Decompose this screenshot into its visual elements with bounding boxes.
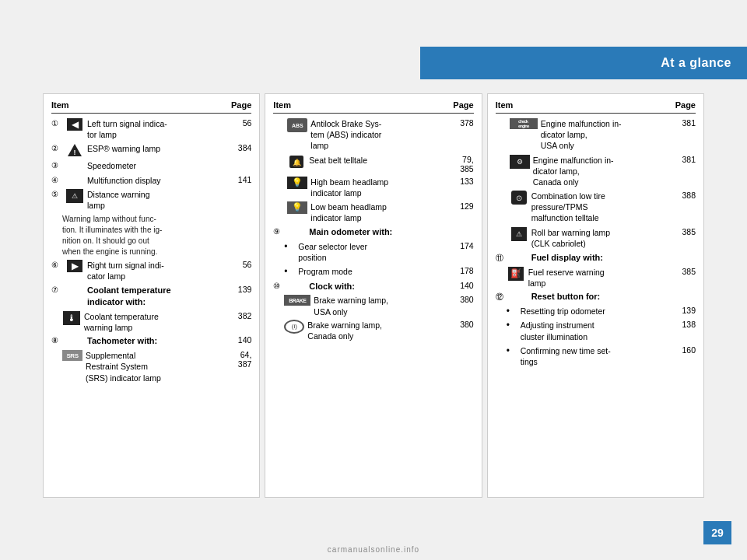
header-bar: At a glance: [420, 47, 747, 79]
table-row: BRAKE Brake warning lamp,USA only 380: [284, 295, 473, 317]
table-row: ⑩ Clock with: 140: [273, 281, 473, 292]
table-row: ABS Antilock Brake Sys-tem (ABS) indicat…: [273, 118, 473, 152]
table-row: ② ! ESP® warning lamp 384: [51, 143, 251, 157]
page-number-badge: 29: [703, 521, 731, 544]
table-row: ⑦ Coolant temperatureindicator with: 139: [51, 285, 251, 308]
coolant-icon: 🌡: [62, 311, 81, 325]
table-row: • Resetting trip odometer 139: [507, 306, 696, 317]
table-row: ⚙ Engine malfunction in-dicator lamp,Can…: [496, 155, 696, 188]
arrow-left-icon: ◀: [65, 118, 84, 131]
page-title: At a glance: [661, 56, 731, 70]
col3-item-header: Item: [496, 100, 514, 110]
watermark: carmanualsonline.info: [0, 545, 747, 554]
fuel-icon: ⛽: [507, 267, 525, 281]
check-engine-canada-icon: ⚙: [510, 155, 530, 169]
abs-icon: ABS: [287, 118, 307, 132]
column-3: Item Page checkengine Engine malfunction…: [487, 93, 704, 498]
svg-text:!: !: [74, 149, 76, 156]
col3-page-header: Page: [675, 100, 696, 110]
col2-page-header: Page: [453, 100, 473, 110]
table-row: ⚠ Roll bar warning lamp(CLK cabriolet) 3…: [496, 227, 696, 249]
table-row: ⑤ ⚠ Distance warninglamp: [51, 189, 251, 211]
col1-header: Item Page: [51, 100, 251, 114]
arrow-right-icon: ▶: [65, 260, 84, 272]
table-row: 💡 High beam headlampindicator lamp 133: [273, 177, 473, 198]
esp-warning-icon: !: [65, 143, 84, 157]
brake-canada-icon: (i): [284, 320, 304, 334]
table-row: ⛽ Fuel reserve warninglamp 385: [507, 267, 696, 289]
column-2: Item Page ABS Antilock Brake Sys-tem (AB…: [265, 93, 482, 498]
srs-icon: SRS: [62, 350, 82, 361]
table-row: ⑧ Tachometer with: 140: [51, 335, 251, 347]
table-row: ⑥ ▶ Right turn signal indi-cator lamp 56: [51, 260, 251, 282]
table-row: ⑫ Reset button for:: [496, 291, 696, 303]
table-row: SRS SupplementalRestraint System(SRS) in…: [62, 350, 251, 383]
col1-page-header: Page: [231, 100, 251, 110]
col2-header: Item Page: [273, 100, 473, 114]
rollbar-icon: ⚠: [510, 227, 528, 241]
seatbelt-icon: 🔔: [287, 155, 306, 169]
table-row: ⑨ Main odometer with:: [273, 226, 473, 238]
col3-header: Item Page: [496, 100, 696, 114]
table-row: • Confirming new time set-tings 160: [507, 345, 696, 367]
table-row: • Gear selector leverposition 174: [284, 241, 473, 263]
col2-item-header: Item: [273, 100, 291, 110]
warning-text-block: Warning lamp without func-tion. It illum…: [62, 214, 251, 257]
highbeam-icon: 💡: [287, 177, 307, 189]
tire-pressure-icon: ⊙: [510, 191, 528, 205]
distance-warning-icon: ⚠: [65, 189, 84, 203]
table-row: 💡 Low beam headlampindicator lamp 129: [273, 201, 473, 223]
table-row: (i) Brake warning lamp,Canada only 380: [284, 320, 473, 341]
lowbeam-icon: 💡: [287, 201, 307, 214]
table-row: ④ Multifunction display 141: [51, 175, 251, 186]
table-row: 🌡 Coolant temperaturewarning lamp 382: [62, 311, 251, 333]
brake-usa-icon: BRAKE: [284, 295, 310, 306]
main-content: Item Page ① ◀ Left turn signal indica-to…: [43, 93, 704, 498]
table-row: ① ◀ Left turn signal indica-tor lamp 56: [51, 118, 251, 140]
table-row: ⊙ Combination low tirepressure/TPMSmalfu…: [496, 191, 696, 224]
check-engine-usa-icon: checkengine: [510, 118, 538, 129]
column-1: Item Page ① ◀ Left turn signal indica-to…: [43, 93, 260, 498]
table-row: • Adjusting instrumentcluster illuminati…: [507, 320, 696, 341]
svg-text:🔔: 🔔: [293, 158, 302, 167]
col1-item-header: Item: [51, 100, 69, 110]
table-row: • Program mode 178: [284, 266, 473, 277]
table-row: checkengine Engine malfunction in-dicato…: [496, 118, 696, 152]
table-row: 🔔 Seat belt telltale 79,385: [273, 155, 473, 173]
table-row: ③ Speedometer: [51, 160, 251, 171]
table-row: ⑪ Fuel display with:: [496, 252, 696, 264]
